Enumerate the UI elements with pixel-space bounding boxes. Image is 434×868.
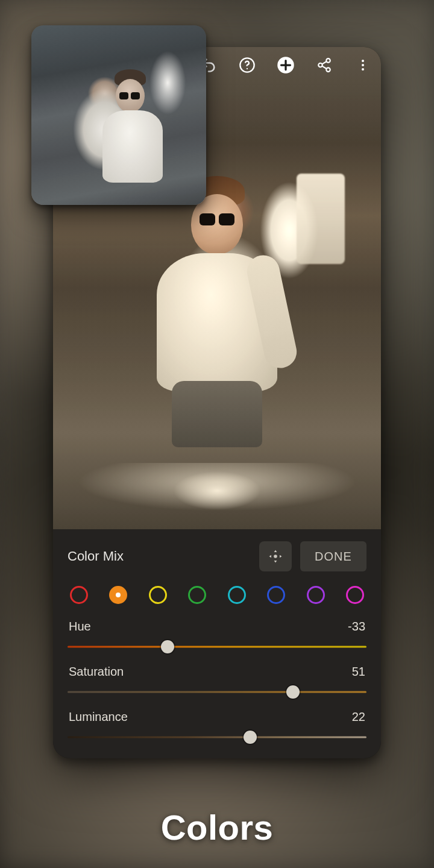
panel-header: Color Mix DONE <box>68 540 366 573</box>
waterfall-detail <box>297 174 345 264</box>
more-icon[interactable] <box>353 55 373 75</box>
color-swatch-row <box>70 586 364 604</box>
luminance-label: Luminance <box>69 710 128 724</box>
saturation-thumb[interactable] <box>286 685 300 699</box>
svg-point-7 <box>362 64 364 66</box>
share-icon[interactable] <box>315 55 334 75</box>
photo-subject <box>157 230 277 447</box>
swatch-blue[interactable] <box>267 586 285 604</box>
help-icon[interactable] <box>237 55 257 75</box>
svg-point-1 <box>247 68 248 69</box>
svg-point-8 <box>362 68 364 71</box>
panel-title: Color Mix <box>68 549 251 564</box>
stream-detail <box>77 463 357 511</box>
add-icon[interactable] <box>276 55 295 75</box>
saturation-track <box>68 691 366 693</box>
swatch-orange[interactable] <box>109 586 127 604</box>
hue-label: Hue <box>69 620 91 634</box>
saturation-label: Saturation <box>69 665 124 679</box>
pan-move-button[interactable] <box>259 541 292 571</box>
svg-point-4 <box>318 63 322 68</box>
original-photo-thumbnail[interactable] <box>31 25 206 205</box>
swatch-red[interactable] <box>70 586 88 604</box>
svg-point-3 <box>326 58 330 63</box>
luminance-slider[interactable] <box>68 730 366 744</box>
swatch-yellow[interactable] <box>149 586 167 604</box>
hue-thumb[interactable] <box>161 640 174 653</box>
luminance-thumb[interactable] <box>244 731 257 744</box>
hue-track <box>68 646 366 648</box>
hue-value: -33 <box>348 620 365 634</box>
done-button[interactable]: DONE <box>300 541 366 571</box>
swatch-purple[interactable] <box>307 586 325 604</box>
swatch-green[interactable] <box>188 586 206 604</box>
hue-slider[interactable] <box>68 640 366 654</box>
color-mix-panel: Color Mix DONE Hue -33 <box>53 529 381 758</box>
luminance-track <box>68 737 366 738</box>
swatch-magenta[interactable] <box>346 586 364 604</box>
luminance-slider-group: Luminance 22 <box>68 710 366 744</box>
svg-point-6 <box>362 60 364 62</box>
saturation-slider[interactable] <box>68 685 366 699</box>
saturation-value: 51 <box>352 665 365 679</box>
swatch-aqua[interactable] <box>228 586 246 604</box>
hue-slider-group: Hue -33 <box>68 620 366 654</box>
luminance-value: 22 <box>352 710 365 724</box>
svg-point-5 <box>326 68 330 72</box>
svg-point-9 <box>274 555 277 558</box>
saturation-slider-group: Saturation 51 <box>68 665 366 699</box>
feature-caption: Colors <box>0 807 434 848</box>
thumbnail-content <box>31 25 206 205</box>
